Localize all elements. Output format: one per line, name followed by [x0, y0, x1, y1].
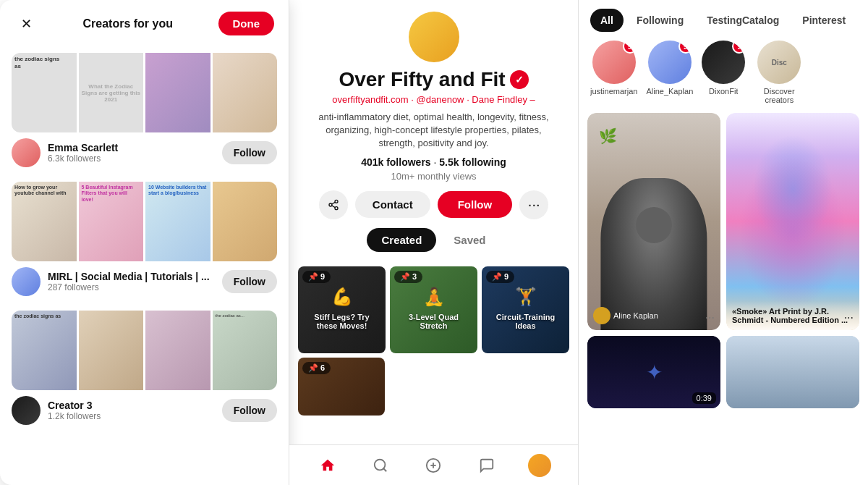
svg-point-5: [375, 459, 386, 470]
creator-name-3: Creator 3: [48, 400, 215, 411]
creator-meta-3: Creator 3 1.2k followers: [48, 400, 215, 421]
search-nav-item[interactable]: [365, 450, 396, 481]
board-item-3[interactable]: 📌9 🏋️ Circuit-Training Ideas: [482, 266, 569, 353]
creator-image-3-4: the zodiac as...: [213, 311, 278, 390]
creator-followers-2: 287 followers: [48, 282, 215, 292]
creator-info-1: Emma Scarlett 6.3k followers Follow: [12, 138, 277, 167]
pin-more-2[interactable]: ···: [844, 311, 854, 324]
home-nav-item[interactable]: [312, 450, 344, 481]
profile-desc: anti-inflammatory diet, optimal health, …: [307, 111, 561, 151]
profile-follow-button[interactable]: Follow: [438, 191, 513, 218]
creator-images-1: the zodiac signsas What the Zodiac Signs…: [12, 53, 277, 132]
profile-url[interactable]: overfiftyandfit.com · @danenow · Dane Fi…: [332, 94, 535, 105]
creator-image-1-2: What the Zodiac Signs are getting this 2…: [79, 53, 144, 132]
creator-meta-2: MIRL | Social Media | Tutorials | ... 28…: [48, 271, 215, 292]
right-creator-name-2: Aline_Kaplan: [646, 87, 693, 96]
right-tab-all[interactable]: All: [590, 9, 624, 32]
creator-images-3: the zodiac signs as the zodiac as...: [12, 311, 277, 390]
creator-name-2: MIRL | Social Media | Tutorials | ...: [48, 271, 215, 282]
right-creator-badge-2: 5: [678, 41, 692, 54]
right-creator-2[interactable]: 5 Aline_Kaplan: [646, 41, 693, 104]
creator-image-2-1: How to grow your youtube channel with: [12, 182, 77, 261]
tab-created[interactable]: Created: [367, 228, 436, 252]
add-nav-item[interactable]: [417, 450, 449, 481]
right-pins-below: ✦ 0:39: [579, 330, 868, 408]
tab-saved[interactable]: Saved: [439, 228, 500, 252]
creator-image-2-3: 10 Website builders that start a blog/bu…: [145, 182, 210, 261]
creator-meta-1: Emma Scarlett 6.3k followers: [48, 142, 215, 164]
svg-line-4: [332, 202, 336, 204]
verified-icon: ✓: [510, 70, 529, 89]
svg-line-6: [383, 468, 386, 471]
pin-more-1[interactable]: ···: [705, 311, 715, 324]
creator-image-1-3: [145, 53, 210, 132]
creator-image-2-4: [213, 182, 278, 261]
pin-card-1[interactable]: 🌿 ♥ 2 ··· Aline Kaplan: [587, 113, 720, 330]
contact-button[interactable]: Contact: [355, 191, 430, 218]
right-creator-1[interactable]: 5 justinemarjan: [590, 41, 637, 104]
pin-timer-1: 0:39: [692, 392, 716, 404]
messages-nav-item[interactable]: [471, 450, 503, 481]
profile-avatar: [409, 12, 459, 62]
creator-avatar-1: [12, 138, 41, 167]
board-badge-4: 📌6: [302, 362, 331, 374]
pin-card-below-2[interactable]: [726, 336, 859, 408]
board-badge-2: 📌3: [394, 271, 422, 283]
creator-avatar-2: [12, 267, 41, 296]
follow-button-2[interactable]: Follow: [222, 270, 277, 293]
creator-image-1-4: [213, 53, 278, 132]
more-button[interactable]: ···: [519, 190, 548, 219]
boards-row-2: 📌6: [289, 353, 578, 418]
creator-info-2: MIRL | Social Media | Tutorials | ... 28…: [12, 267, 277, 296]
right-tab-testing[interactable]: TestingCatalog: [697, 9, 789, 32]
done-button[interactable]: Done: [218, 12, 275, 35]
right-creator-name-4: Discover creators: [754, 87, 804, 104]
board-badge-1: 📌9: [302, 271, 331, 283]
right-tab-f[interactable]: F: [859, 9, 868, 32]
board-item-1[interactable]: 📌9 💪 Stiff Legs? Try these Moves!: [298, 266, 386, 353]
creator-image-1-1: the zodiac signsas: [12, 53, 77, 132]
right-creator-avatar-3: 5: [702, 41, 745, 84]
pin-card-2[interactable]: «Smoke» Art Print by J.R. Schmidt - Numb…: [726, 113, 859, 330]
creator-row-1: the zodiac signsas What the Zodiac Signs…: [0, 47, 289, 173]
creator-image-3-3: [145, 311, 210, 390]
right-tabs: All Following TestingCatalog Pinterest F: [579, 0, 868, 41]
right-tab-following[interactable]: Following: [626, 9, 694, 32]
creator-avatar-3: [12, 396, 41, 425]
close-button[interactable]: ✕: [14, 12, 38, 35]
right-tab-pinterest[interactable]: Pinterest: [792, 9, 856, 32]
follow-button-1[interactable]: Follow: [222, 141, 277, 164]
left-header: ✕ Creators for you Done: [0, 0, 289, 47]
right-creator-name-3: DixonFit: [709, 87, 738, 96]
creator-image-3-2: [79, 311, 144, 390]
profile-stats: 401k followers · 5.5k following: [361, 156, 506, 168]
pin-author-avatar-1: [593, 307, 610, 324]
creator-name-1: Emma Scarlett: [48, 142, 215, 153]
right-creator-avatar-4: Disc: [757, 41, 801, 84]
middle-panel: Over Fifty and Fit ✓ overfiftyandfit.com…: [289, 0, 579, 485]
right-creator-name-1: justinemarjan: [590, 87, 637, 96]
creator-image-3-1: the zodiac signs as: [12, 311, 77, 390]
right-creator-avatar-1: 5: [592, 41, 636, 84]
right-creator-badge-3: 5: [732, 41, 745, 54]
board-item-4[interactable]: 📌6: [298, 358, 385, 416]
follow-button-3[interactable]: Follow: [222, 399, 277, 422]
middle-panel-inner: Over Fifty and Fit ✓ overfiftyandfit.com…: [289, 0, 578, 485]
profile-name-text: Over Fifty and Fit: [339, 68, 505, 91]
creator-row-2: How to grow your youtube channel with 5 …: [0, 176, 289, 302]
right-creator-badge-1: 5: [623, 41, 636, 54]
pin-card-below-1[interactable]: ✦ 0:39: [587, 336, 720, 408]
share-button[interactable]: [319, 190, 348, 219]
left-panel: ✕ Creators for you Done the zodiac signs…: [0, 0, 289, 485]
profile-name-row: Over Fifty and Fit ✓: [339, 68, 528, 91]
right-creator-4[interactable]: Disc Discover creators: [754, 41, 804, 104]
boards-grid: 📌9 💪 Stiff Legs? Try these Moves! 📌3 🧘: [289, 266, 578, 353]
right-creator-3[interactable]: 5 DixonFit: [702, 41, 745, 104]
profile-tabs: Created Saved: [349, 228, 517, 252]
creator-image-2-2: 5 Beautiful Instagram Filters that you w…: [79, 182, 144, 261]
right-creator-avatar-2: 5: [648, 41, 692, 84]
creator-images-2: How to grow your youtube channel with 5 …: [12, 182, 277, 261]
board-item-2[interactable]: 📌3 🧘 3-Level Quad Stretch: [390, 266, 477, 353]
profile-nav-item[interactable]: [524, 450, 556, 481]
nav-avatar: [528, 454, 551, 477]
